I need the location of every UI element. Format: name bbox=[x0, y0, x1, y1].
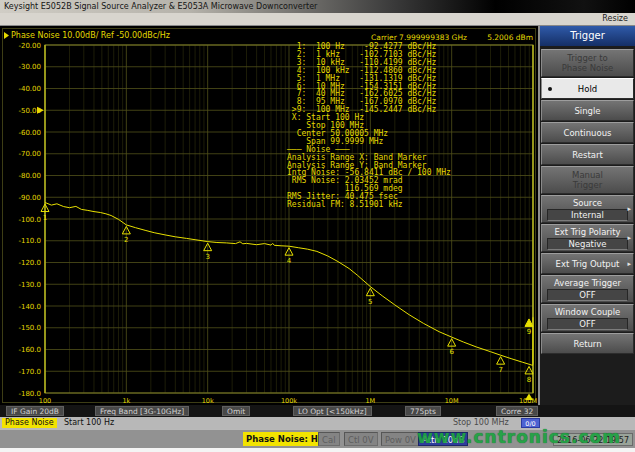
menu-item-trigger-to-phase-noise: Trigger toPhase Noise bbox=[541, 49, 634, 77]
stop-frequency-label: Stop 100 MHz bbox=[453, 418, 509, 428]
menu-item-label: Restart bbox=[542, 150, 633, 160]
resize-menu-item[interactable]: Resize bbox=[602, 14, 628, 23]
main-area: -20.00-30.00-40.00-50.00-60.00-70.00-80.… bbox=[0, 26, 635, 405]
y-axis-labels: -20.00-30.00-40.00-50.00-60.00-70.00-80.… bbox=[18, 42, 41, 398]
trace-scale-readout: Phase Noise 10.00dB/ Ref -50.00dBc/Hz bbox=[11, 31, 170, 40]
x-axis-labels: 1001k10k100k1M10M100M bbox=[39, 397, 537, 405]
phase-noise-plot: -20.00-30.00-40.00-50.00-60.00-70.00-80.… bbox=[0, 26, 538, 405]
menu-item-label: Phase Noise bbox=[542, 63, 633, 73]
menu-item-label: Single bbox=[542, 106, 633, 116]
trace-select-arrow-icon bbox=[4, 32, 9, 39]
svg-text:-180.0: -180.0 bbox=[18, 390, 41, 398]
svg-text:10M: 10M bbox=[445, 397, 459, 405]
menu-item-average-trigger[interactable]: Average TriggerOFF bbox=[541, 275, 634, 303]
svg-text:100k: 100k bbox=[281, 397, 297, 405]
submenu-arrow-icon: ▸ bbox=[627, 204, 631, 214]
svg-text:8: 8 bbox=[527, 376, 531, 384]
svg-text:-100.0: -100.0 bbox=[18, 216, 41, 224]
submenu-arrow-icon: ▸ bbox=[627, 259, 631, 269]
menu-item-continuous[interactable]: Continuous bbox=[541, 122, 634, 143]
svg-text:-30.00: -30.00 bbox=[18, 63, 41, 71]
status-segment-if-gain-20db: IF Gain 20dB bbox=[6, 406, 64, 416]
menu-item-label: Return bbox=[542, 339, 633, 349]
svg-text:-20.00: -20.00 bbox=[18, 42, 41, 50]
svg-text:-40.00: -40.00 bbox=[18, 85, 41, 93]
svg-text:-80.00: -80.00 bbox=[18, 172, 41, 180]
menu-item-source[interactable]: SourceInternal▸ bbox=[541, 195, 634, 223]
menu-item-label: Ext Trig Polarity bbox=[542, 227, 633, 237]
menu-item-label: Window Couple bbox=[542, 307, 633, 317]
menu-item-manual-trigger: ManualTrigger bbox=[541, 166, 634, 194]
menu-item-window-couple[interactable]: Window CoupleOFF bbox=[541, 304, 634, 332]
window-title: Keysight E5052B Signal Source Analyzer &… bbox=[4, 2, 317, 11]
svg-text:-160.0: -160.0 bbox=[18, 346, 41, 354]
attenuator-status: Attn 10dB bbox=[418, 432, 468, 446]
window-title-bar: Keysight E5052B Signal Source Analyzer &… bbox=[0, 0, 635, 13]
selected-bullet-icon bbox=[548, 87, 552, 91]
phase-noise-chart: -20.00-30.00-40.00-50.00-60.00-70.00-80.… bbox=[0, 26, 538, 405]
menu-item-value: Internal bbox=[547, 209, 628, 221]
svg-text:-130.0: -130.0 bbox=[18, 281, 41, 289]
svg-text:-120.0: -120.0 bbox=[18, 259, 41, 267]
svg-text:9: 9 bbox=[527, 328, 531, 336]
svg-text:-70.00: -70.00 bbox=[18, 150, 41, 158]
svg-text:1k: 1k bbox=[122, 397, 130, 405]
svg-text:-90.00: -90.00 bbox=[18, 194, 41, 202]
status-segment-corre-32: Corre 32 bbox=[496, 406, 538, 416]
svg-text:-150.0: -150.0 bbox=[18, 324, 41, 332]
menu-item-single[interactable]: Single bbox=[541, 100, 634, 121]
cal-status: Cal bbox=[318, 432, 340, 446]
menu-item-ext-trig-polarity[interactable]: Ext Trig PolarityNegative▸ bbox=[541, 224, 634, 252]
svg-text:-140.0: -140.0 bbox=[18, 303, 41, 311]
submenu-arrow-icon: ▸ bbox=[627, 233, 631, 243]
softkey-menu-title: Trigger bbox=[540, 26, 635, 46]
menu-item-label: Source bbox=[542, 198, 633, 208]
marker-readout-table: 1: 100 Hz -92.4277 dBc/Hz 2: 1 kHz -102.… bbox=[286, 42, 451, 209]
bottom-margin bbox=[0, 448, 635, 452]
menu-item-label: Average Trigger bbox=[542, 278, 633, 288]
menu-item-ext-trig-output[interactable]: Ext Trig Output▸ bbox=[541, 253, 634, 274]
svg-text:4: 4 bbox=[287, 257, 292, 265]
menu-item-label: Trigger bbox=[542, 180, 633, 190]
average-count-badge: 0/0 bbox=[521, 418, 540, 428]
menu-item-value: OFF bbox=[547, 289, 628, 301]
trace-markers[interactable]: 123456789 bbox=[41, 204, 533, 400]
measurement-mode-chip[interactable]: Phase Noise bbox=[2, 418, 57, 428]
measurement-status-bar: Phase Noise Start 100 Hz Stop 100 MHz 0/… bbox=[0, 417, 635, 429]
start-frequency-label: Start 100 Hz bbox=[64, 418, 114, 428]
status-segment-775pts: 775pts bbox=[405, 406, 441, 416]
instrument-screen: Keysight E5052B Signal Source Analyzer &… bbox=[0, 0, 635, 452]
svg-text:-170.0: -170.0 bbox=[18, 368, 41, 376]
softkey-panel: Trigger Trigger toPhase NoiseHoldSingleC… bbox=[538, 26, 635, 405]
menu-item-hold[interactable]: Hold bbox=[541, 78, 634, 99]
svg-text:1: 1 bbox=[43, 214, 47, 222]
menu-item-label: Ext Trig Output bbox=[542, 259, 633, 269]
trigger-menu: Trigger toPhase NoiseHoldSingleContinuou… bbox=[540, 48, 635, 355]
system-status-bar: Phase Noise: Hold Cal Ctl 0V Pow 0V Attn… bbox=[0, 429, 635, 448]
svg-text:2: 2 bbox=[124, 236, 128, 244]
dc-control-status: Ctl 0V bbox=[344, 432, 378, 446]
clock: 2016-06-22 19:57 bbox=[553, 433, 633, 446]
carrier-frequency-readout: Carrier 7.999999383 GHz bbox=[371, 33, 467, 42]
status-segment-freq-band-3g-10ghz-: Freq Band [3G-10GHz] bbox=[95, 406, 189, 416]
menu-item-label: Manual bbox=[542, 170, 633, 180]
menu-bar: Resize bbox=[0, 13, 635, 26]
menu-item-value: OFF bbox=[547, 318, 628, 330]
marker-9-icon[interactable] bbox=[525, 319, 533, 327]
instrument-status-bar: IF Gain 20dBFreq Band [3G-10GHz]OmitLO O… bbox=[0, 405, 635, 417]
carrier-power-readout: 5.2006 dBm bbox=[487, 33, 533, 42]
svg-text:1M: 1M bbox=[365, 397, 375, 405]
dc-power-status: Pow 0V bbox=[381, 432, 420, 446]
svg-text:7: 7 bbox=[498, 366, 502, 374]
status-segment-lo-opt-150khz-: LO Opt [<150kHz] bbox=[293, 406, 372, 416]
menu-item-value: Negative bbox=[547, 238, 628, 250]
svg-text:3: 3 bbox=[205, 253, 209, 261]
menu-item-restart[interactable]: Restart bbox=[541, 144, 634, 165]
svg-text:10k: 10k bbox=[202, 397, 214, 405]
menu-item-label: Continuous bbox=[542, 128, 633, 138]
svg-text:-60.00: -60.00 bbox=[18, 129, 41, 137]
menu-item-return[interactable]: Return bbox=[541, 333, 634, 354]
menu-item-label: Trigger to bbox=[542, 53, 633, 63]
svg-text:-110.0: -110.0 bbox=[18, 237, 41, 245]
svg-text:Residual FM: 8.51901 kHz: Residual FM: 8.51901 kHz bbox=[287, 200, 403, 209]
